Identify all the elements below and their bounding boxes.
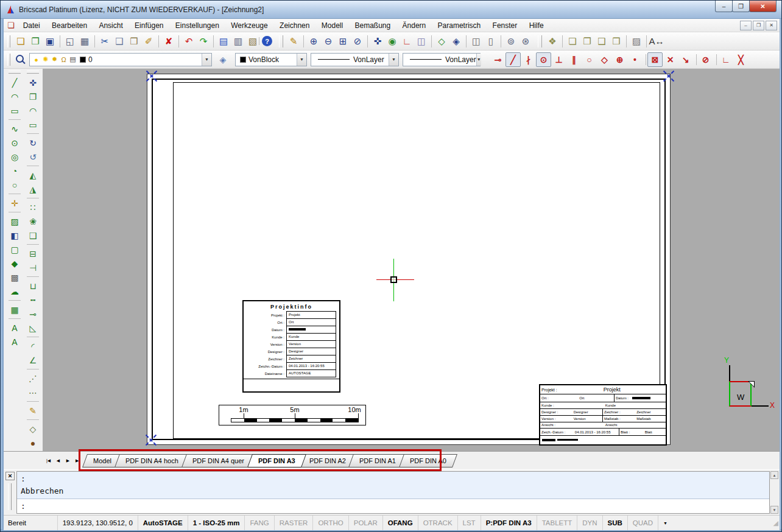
snap-settings-icon[interactable]: ╳ — [733, 52, 749, 67]
menu-item[interactable]: Fenster — [488, 20, 523, 31]
tab-pdf-din-a1[interactable]: PDF DIN A1 — [348, 454, 407, 467]
snap-midpoint-icon[interactable]: ∤ — [521, 52, 536, 67]
offset-icon[interactable]: ◠ — [25, 103, 41, 117]
toggle-otrack[interactable]: OTRACK — [418, 516, 457, 530]
realtime-view-icon[interactable]: ◉ — [385, 34, 400, 49]
delete-icon[interactable]: ✘ — [161, 34, 176, 49]
menu-item[interactable]: Ansicht — [94, 20, 127, 31]
zoom-in-icon[interactable]: ⊕ — [306, 34, 321, 49]
mtext-icon[interactable]: A — [7, 335, 23, 349]
linetype-combo[interactable]: VonLayer ▼ — [311, 53, 399, 66]
mdi-restore-button[interactable]: ❐ — [753, 21, 764, 30]
array-polar-icon[interactable]: ❀ — [25, 214, 41, 228]
mirror-icon[interactable]: ◭ — [25, 168, 41, 182]
snap-intersection-icon[interactable]: ⊠ — [647, 52, 663, 67]
trim-icon[interactable]: ⊟ — [25, 247, 41, 261]
bring-above-icon[interactable]: ❑ — [594, 34, 609, 49]
tab-pdf-din-a4-quer[interactable]: PDF DIN A4 quer — [181, 454, 255, 467]
toggle-raster[interactable]: RASTER — [274, 516, 313, 530]
draw-order-icon[interactable]: ❖ — [545, 34, 560, 49]
redo-icon[interactable]: ↷ — [196, 34, 211, 49]
toggle-lst[interactable]: LST — [457, 516, 481, 530]
extend-icon[interactable]: ⊣ — [25, 261, 41, 275]
hatch-background-icon[interactable]: ▨ — [629, 34, 644, 49]
zoom-out-icon[interactable]: ⊖ — [321, 34, 336, 49]
break-icon[interactable]: ╍ — [25, 293, 41, 307]
tab-pdf-din-a3[interactable]: PDF DIN A3 — [247, 454, 306, 467]
join-icon[interactable]: ⊔ — [25, 279, 41, 293]
save-icon[interactable]: ▣ — [43, 34, 57, 49]
menu-item[interactable]: Einfügen — [130, 20, 168, 31]
snap-tangent-icon[interactable]: ○ — [582, 52, 597, 67]
arc-icon[interactable]: ◠ — [7, 89, 23, 103]
hatch-icon[interactable]: ▨ — [7, 214, 23, 228]
resize-grip[interactable]: ◢ — [770, 519, 780, 527]
status-layout[interactable]: P:PDF DIN A3 — [481, 516, 537, 530]
gradient-icon[interactable]: ◧ — [7, 228, 23, 242]
toolbar-handle[interactable] — [7, 35, 10, 47]
toggle-fang[interactable]: FANG — [244, 516, 273, 530]
fillet-icon[interactable]: ◜ — [25, 339, 41, 353]
menu-item[interactable]: Einstellungen — [171, 20, 224, 31]
table-icon[interactable]: ▦ — [7, 303, 23, 317]
toolbar-handle[interactable] — [27, 71, 39, 74]
render-icon[interactable]: ◈ — [449, 34, 463, 49]
mirror-3d-icon[interactable]: ◮ — [25, 182, 41, 196]
rotate-icon[interactable]: ↻ — [25, 136, 41, 150]
status-autostage[interactable]: AutoSTAGE — [138, 516, 188, 530]
measure-icon[interactable]: ⋰ — [25, 371, 41, 385]
copy-icon[interactable]: ❑ — [112, 34, 127, 49]
snap-quadrant-icon[interactable]: ◇ — [597, 52, 612, 67]
boundary-icon[interactable]: ▢ — [7, 242, 23, 256]
win-minimize-button[interactable]: – — [715, 1, 733, 12]
chamfer-icon[interactable]: ∠ — [25, 353, 41, 367]
layers-manager-icon[interactable]: ◈ — [216, 52, 230, 67]
copy-entities-icon[interactable]: ❐ — [25, 89, 41, 103]
coordinates-display[interactable]: 193.9123, 130.9512, 0 — [57, 516, 138, 530]
lineweight-combo[interactable]: VonLayer ▼ — [403, 53, 481, 66]
tab-pdf-din-a4-hoch[interactable]: PDF DIN A4 hoch — [114, 454, 189, 467]
drawing-explorer-icon[interactable]: ▥ — [231, 34, 245, 49]
move-icon[interactable]: ✜ — [25, 75, 41, 89]
entity-2d-icon[interactable]: ⊚ — [504, 34, 518, 49]
mdi-close-button[interactable]: ✕ — [766, 21, 777, 30]
new-icon[interactable]: ❏ — [13, 34, 28, 49]
tab-nav-next[interactable]: ▶ — [63, 455, 72, 466]
help-icon[interactable]: ? — [262, 36, 272, 46]
menu-item[interactable]: Werkzeuge — [226, 20, 272, 31]
snap-insertion-icon[interactable]: ⊕ — [612, 52, 627, 67]
layer-combo[interactable]: ● ✺ ✹ Ω ▤ 0 ▼ — [29, 53, 212, 66]
text-fit-icon[interactable]: A↔ — [649, 34, 664, 49]
viewport-1-icon[interactable]: ▯ — [484, 34, 498, 49]
text-icon[interactable]: A — [7, 321, 23, 335]
zoom-window-icon[interactable]: ⊞ — [336, 34, 350, 49]
layer-freeze-icon[interactable]: ✺ — [41, 55, 50, 63]
spline-icon[interactable]: ∿ — [7, 122, 23, 136]
menu-item[interactable]: Bearbeiten — [47, 20, 92, 31]
toggle-ortho[interactable]: ORTHO — [312, 516, 348, 530]
ucs-icon[interactable]: ∟ — [400, 34, 414, 49]
tab-pdf-din-a2[interactable]: PDF DIN A2 — [298, 454, 356, 467]
tab-nav-prev[interactable]: ◀ — [54, 455, 63, 466]
tab-pdf-din-a0[interactable]: PDF DIN A0 — [399, 454, 457, 467]
layer-freeze-vp-icon[interactable]: ✹ — [50, 55, 59, 63]
menu-item[interactable]: Zeichnen — [275, 20, 314, 31]
menu-item[interactable]: Parametrisch — [433, 20, 486, 31]
snap-none-icon[interactable]: ⊘ — [698, 52, 713, 67]
point-icon[interactable]: ✛ — [7, 196, 23, 210]
layer-lock-icon[interactable]: Ω — [59, 56, 68, 63]
toggle-quad[interactable]: QUAD — [627, 516, 658, 530]
pan-icon[interactable]: ✜ — [370, 34, 385, 49]
donut-icon[interactable]: ◎ — [7, 150, 23, 164]
snap-perpendicular-icon[interactable]: ⊥ — [551, 52, 566, 67]
send-below-icon[interactable]: ❒ — [609, 34, 624, 49]
layer-on-icon[interactable]: ● — [32, 56, 41, 63]
ellipse-icon[interactable]: ○ — [7, 178, 23, 192]
snap-center-icon[interactable]: ⊙ — [536, 52, 551, 67]
ellipse-arc-icon[interactable]: ◔ — [7, 164, 23, 178]
print-icon[interactable]: ▦ — [77, 34, 92, 49]
tab-nav-first[interactable]: |◀ — [44, 455, 53, 466]
rotate-3d-icon[interactable]: ↺ — [25, 150, 41, 164]
drawing-canvas[interactable]: Projektinfo Projekt : Projekt Ort : Ort — [43, 69, 780, 451]
command-drag-grip[interactable] — [8, 483, 12, 510]
